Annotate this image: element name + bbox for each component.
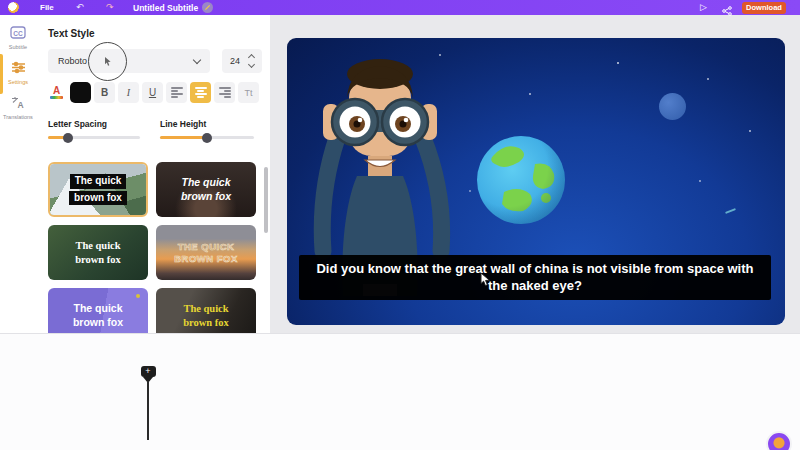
text-style-panel: Text Style Roboto 24 A B I U Tt Letter S… — [36, 15, 270, 333]
chat-widget-button[interactable] — [766, 431, 792, 450]
undo-icon[interactable]: ↶ — [76, 2, 84, 12]
preset-sample-text: The quickbrown fox — [50, 164, 146, 215]
preset-sample-text: The quick brown fox — [156, 288, 256, 333]
preset-card-2[interactable]: The quick brown fox — [156, 162, 256, 217]
subtitle-line-1: Did you know that the great wall of chin… — [307, 260, 763, 278]
sliders-icon — [0, 60, 36, 77]
font-size-stepper[interactable] — [249, 54, 256, 68]
playhead-line[interactable] — [147, 381, 149, 440]
app-logo — [8, 2, 19, 13]
preview-play-icon[interactable]: ▷ — [700, 2, 707, 12]
letter-spacing-label: Letter Spacing — [48, 119, 107, 129]
align-center-icon — [195, 85, 207, 99]
text-case-button[interactable]: Tt — [238, 82, 259, 103]
align-left-icon — [171, 85, 183, 99]
panel-heading: Text Style — [48, 28, 95, 39]
preset-card-4[interactable]: THE QUICK BROWN FOX — [156, 225, 256, 280]
bold-button[interactable]: B — [94, 82, 115, 103]
italic-button[interactable]: I — [118, 82, 139, 103]
letter-spacing-knob[interactable] — [63, 133, 73, 143]
chevron-down-icon — [193, 56, 201, 64]
background-color-button[interactable] — [70, 82, 91, 103]
comet-graphic — [725, 208, 736, 214]
translate-icon: A — [0, 95, 36, 112]
file-menu[interactable]: File — [40, 3, 54, 12]
share-icon[interactable] — [722, 2, 732, 20]
preset-card-3[interactable]: The quick brown fox — [48, 225, 148, 280]
preset-sample-text: The quick brown fox — [156, 162, 256, 217]
letter-spacing-slider[interactable] — [48, 136, 140, 139]
svg-text:CC: CC — [13, 30, 23, 37]
edit-title-icon[interactable] — [202, 2, 213, 13]
preset-card-5[interactable]: The quick brown fox — [48, 288, 148, 333]
align-left-button[interactable] — [166, 82, 187, 103]
font-color-button[interactable]: A — [46, 82, 67, 103]
subtitle-line-2: the naked eye? — [307, 277, 763, 295]
font-size-input[interactable]: 24 — [222, 49, 262, 73]
pointer-cursor-ring — [88, 42, 127, 81]
text-style-toolbar: A B I U Tt — [46, 82, 259, 103]
align-center-button[interactable] — [190, 82, 211, 103]
sidebar-item-translations[interactable]: ATranslations — [0, 85, 36, 120]
earth-graphic — [475, 134, 567, 226]
playhead-handle[interactable]: + — [141, 366, 156, 377]
top-bar: File ↶ ↷ Untitled Subtitle ▷ Download — [0, 0, 800, 15]
sidebar-item-subtitle[interactable]: CCSubtitle — [0, 15, 36, 50]
timeline-section — [0, 333, 800, 450]
video-preview: Did you know that the great wall of chin… — [287, 38, 785, 325]
mouse-cursor-icon — [480, 272, 492, 287]
line-height-fill — [160, 136, 207, 139]
align-right-icon — [219, 85, 231, 99]
planet-graphic — [659, 93, 686, 120]
align-right-button[interactable] — [214, 82, 235, 103]
svg-text:A: A — [17, 100, 23, 109]
preset-card-1[interactable]: The quickbrown fox — [48, 162, 148, 217]
preset-card-6[interactable]: The quick brown fox — [156, 288, 256, 333]
sidebar-item-label: Translations — [0, 114, 36, 120]
subtitle-overlay[interactable]: Did you know that the great wall of chin… — [299, 255, 771, 300]
underline-button[interactable]: U — [142, 82, 163, 103]
preset-sample-text: The quick brown fox — [48, 288, 148, 333]
left-sidebar: CCSubtitleSettingsATranslations — [0, 15, 36, 333]
sidebar-item-settings[interactable]: Settings — [0, 50, 36, 85]
preset-sample-text: The quick brown fox — [48, 225, 148, 280]
panel-scrollbar[interactable] — [264, 167, 268, 233]
cc-icon: CC — [0, 25, 36, 42]
project-title: Untitled Subtitle — [133, 3, 198, 13]
line-height-label: Line Height — [160, 119, 206, 129]
font-family-select[interactable]: Roboto — [48, 49, 210, 73]
preset-sample-text: THE QUICK BROWN FOX — [156, 225, 256, 280]
line-height-slider[interactable] — [160, 136, 254, 139]
subtitle-style-presets: The quickbrown foxThe quick brown foxThe… — [48, 162, 260, 333]
redo-icon[interactable]: ↷ — [106, 2, 114, 12]
pointer-cursor-icon — [103, 56, 112, 67]
line-height-knob[interactable] — [202, 133, 212, 143]
download-button[interactable]: Download — [742, 2, 786, 14]
